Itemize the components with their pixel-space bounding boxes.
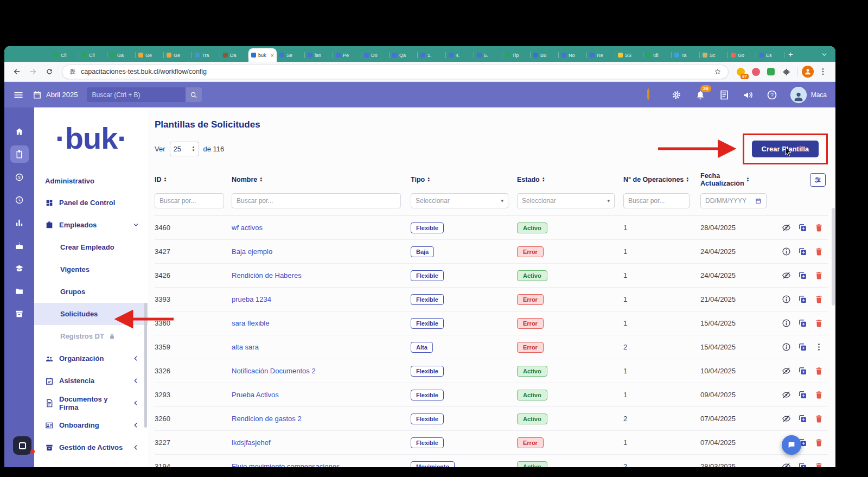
site-settings-icon[interactable] [69, 68, 76, 75]
browser-tab[interactable]: Es [756, 48, 784, 62]
sidebar-item-onboarding[interactable]: Onboarding [34, 414, 148, 436]
more-options-icon[interactable] [814, 342, 824, 352]
delete-icon[interactable] [814, 319, 824, 328]
template-name-link[interactable]: prueba 1234 [232, 295, 271, 303]
filter-select[interactable]: Seleccionar▾ [517, 193, 615, 208]
sidebar-item-empleados[interactable]: Empleados [34, 214, 148, 236]
template-name-link[interactable]: Baja ejemplo [232, 247, 272, 256]
browser-tab[interactable]: 4. [446, 48, 474, 62]
sidebar-item-organizaci-n[interactable]: Organización [34, 347, 148, 370]
tab-search-icon[interactable] [818, 48, 830, 60]
delete-icon[interactable] [814, 462, 824, 467]
screen-recorder-chip[interactable] [13, 436, 31, 455]
column-header-nombre[interactable]: Nombre▲▼ [232, 176, 411, 183]
filter-text-input[interactable] [155, 193, 224, 208]
delete-icon[interactable] [814, 271, 824, 280]
browser-tab[interactable]: Re [587, 48, 615, 62]
bookmark-star-icon[interactable] [714, 68, 722, 75]
announcements-icon[interactable] [743, 90, 754, 100]
template-name-link[interactable]: Prueba Activos [232, 391, 279, 399]
rail-item-benefits[interactable] [10, 237, 29, 254]
info-icon[interactable] [782, 319, 791, 328]
reload-icon[interactable] [42, 65, 56, 79]
rail-item-home[interactable] [10, 123, 29, 140]
eye-off-icon[interactable] [782, 414, 791, 423]
sort-icon[interactable]: ▲▼ [542, 177, 545, 183]
column-filter-button[interactable] [810, 173, 826, 187]
browser-tab[interactable]: No [559, 48, 587, 62]
eye-off-icon[interactable] [782, 462, 791, 467]
browser-tab[interactable]: Tra [192, 48, 220, 62]
delete-icon[interactable] [814, 223, 824, 232]
delete-icon[interactable] [814, 414, 824, 423]
sort-icon[interactable]: ▲▼ [427, 177, 430, 183]
notifications-bell-icon[interactable]: 36 [695, 90, 706, 100]
calendar-icon[interactable] [755, 197, 762, 205]
template-name-link[interactable]: Rendicion de gastos 2 [232, 415, 302, 423]
filter-text-input[interactable] [232, 193, 401, 208]
rail-item-requests[interactable] [10, 145, 29, 163]
template-name-link[interactable]: alta sara [232, 343, 259, 351]
browser-tab[interactable]: Pe [333, 48, 361, 62]
duplicate-icon[interactable] [798, 319, 807, 328]
info-icon[interactable] [782, 247, 791, 256]
chat-launcher-button[interactable] [782, 435, 801, 455]
template-name-link[interactable]: lkdsjfasjehef [232, 438, 271, 447]
browser-tab[interactable]: Do [361, 48, 390, 62]
search-icon[interactable] [186, 87, 202, 102]
duplicate-icon[interactable] [798, 271, 807, 280]
browser-tab[interactable]: Bu [531, 48, 559, 62]
sidebar-subitem-grupos[interactable]: Grupos [34, 281, 148, 303]
column-header-estado[interactable]: Estado▲▼ [517, 176, 623, 183]
browser-tab-active[interactable]: buk× [248, 48, 277, 62]
browser-tab[interactable]: 5. [474, 48, 502, 62]
browser-tab[interactable]: Go [728, 48, 756, 62]
page-size-select[interactable]: 25 ▲▼ [170, 142, 199, 156]
eye-off-icon[interactable] [782, 390, 791, 399]
user-menu[interactable]: Maca [790, 87, 827, 103]
sidebar-subitem-registros-dt[interactable]: Registros DT [34, 325, 148, 347]
browser-tab[interactable]: Sc [700, 48, 728, 62]
filter-date-input[interactable] [700, 193, 767, 208]
sidebar-subitem-vigentes[interactable]: Vigentes [34, 258, 148, 281]
delete-icon[interactable] [814, 366, 824, 376]
rail-item-training[interactable] [10, 259, 29, 277]
back-icon[interactable] [10, 65, 24, 79]
period-selector[interactable]: Abril 2025 [33, 90, 78, 99]
browser-tab[interactable]: Ge [136, 48, 164, 62]
sidebar-subitem-crear-empleado[interactable]: Crear Empleado [34, 236, 148, 258]
rail-item-payroll[interactable]: $ [10, 168, 29, 186]
sidebar-item-gesti-n-de-activos[interactable]: Gestión de Activos [34, 436, 148, 459]
sidebar-item-panel-de-control[interactable]: Panel de Control [34, 192, 148, 214]
duplicate-icon[interactable] [798, 462, 807, 467]
template-name-link[interactable]: Rendición de Haberes [232, 271, 302, 279]
rail-item-time[interactable] [10, 191, 29, 208]
rail-item-documents[interactable] [10, 282, 29, 300]
browser-profile-avatar[interactable] [802, 66, 814, 78]
info-icon[interactable] [782, 295, 791, 304]
browser-tab[interactable]: Qa [390, 48, 418, 62]
eye-off-icon[interactable] [782, 366, 791, 376]
duplicate-icon[interactable] [798, 414, 807, 423]
column-header-operaciones[interactable]: N° de Operaciones▲▼ [623, 176, 700, 183]
sort-icon[interactable]: ▲▼ [259, 177, 263, 183]
eye-off-icon[interactable] [782, 223, 791, 232]
sort-icon[interactable]: ▲▼ [746, 177, 750, 183]
hamburger-menu-icon[interactable] [13, 90, 24, 100]
delete-icon[interactable] [814, 295, 824, 304]
browser-tab[interactable]: Cli [79, 48, 107, 62]
global-search[interactable] [87, 87, 202, 102]
sidebar-item-asistencia[interactable]: Asistencia [34, 370, 148, 392]
browser-tab[interactable]: Ge [164, 48, 192, 62]
browser-tab[interactable]: 1. [418, 48, 446, 62]
browser-tab[interactable]: Da [220, 48, 248, 62]
global-search-input[interactable] [87, 91, 186, 99]
help-icon[interactable]: ? [767, 90, 777, 100]
sidebar-scrollbar[interactable] [144, 303, 147, 428]
info-icon[interactable] [782, 342, 791, 352]
column-header-id[interactable]: ID▲▼ [155, 176, 232, 183]
browser-tab[interactable]: Cli [51, 48, 79, 62]
column-header-fecha[interactable]: FechaActualización▲▼ [700, 172, 780, 187]
delete-icon[interactable] [814, 247, 824, 256]
rail-item-reports[interactable] [10, 214, 29, 231]
